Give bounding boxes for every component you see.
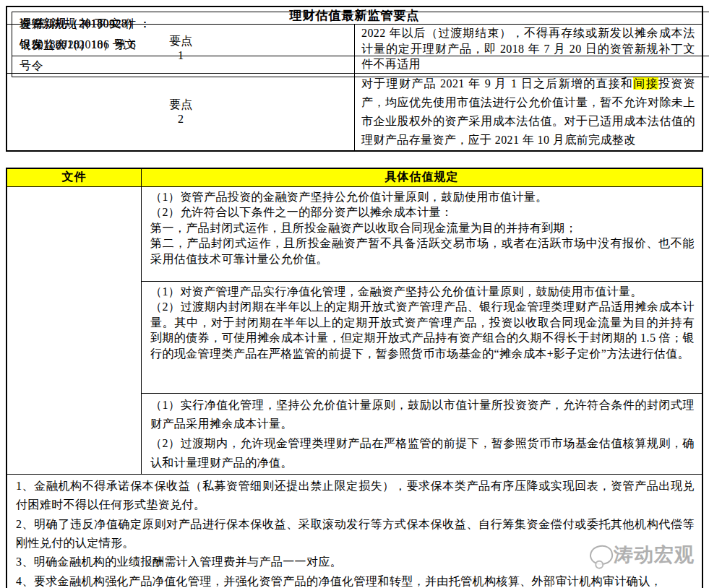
highlighted-term: 间接: [633, 77, 658, 90]
table-row: 资 管 新 规 补 丁 文 件 （20180720） （1）对资产管理产品实行净…: [7, 281, 702, 393]
document-name-lcxg: 理财新规（20180928）： 银保监会（2018）第 6 号令: [12, 12, 709, 77]
note-item-3: 3、明确金融机构的业绩报酬需计入管理费并与产品一一对应。: [16, 553, 695, 571]
rules-budding: （1）对资产管理产品实行净值化管理，金融资产坚持公允价值计量原则，鼓励使用市值计…: [142, 281, 703, 393]
table-row: 资管新规（20180427）： 银发（2018）106 号文 （1）资管产品投资…: [7, 186, 702, 281]
point2-text: 对于理财产品 2021 年 9 月 1 日之后新增的直接和间接投资资产，均应优先…: [355, 73, 703, 151]
note-item-1: 1、金融机构不得承诺保本保收益（私募资管细则还提出禁止限定损失），要求保本类产品…: [16, 477, 695, 515]
table-row: 1、金融机构不得承诺保本保收益（私募资管细则还提出禁止限定损失），要求保本类产品…: [7, 474, 702, 588]
table-row: 要点 2 对于理财产品 2021 年 9 月 1 日之后新增的直接和间接投资资产…: [7, 73, 702, 151]
valuation-rules-table: 文件 具体估值规定 资管新规（20180427）： 银发（2018）106 号文…: [6, 168, 703, 588]
table-row: 理财新规（20180928）： 银保监会（2018）第 6 号令 （1）实行净值…: [7, 393, 702, 474]
document: 理财估值最新监管要点 要点 1 2022 年以后（过渡期结束），不得再存续或新发…: [6, 6, 703, 588]
column-header-rules: 具体估值规定: [142, 168, 703, 187]
table-header-row: 文件 具体估值规定: [7, 168, 702, 187]
rules-lcxg: （1）实行净值化管理，坚持公允价值计量原则，鼓励以市值计量所投资资产，允许符合条…: [142, 393, 703, 474]
notes-section: 1、金融机构不得承诺保本保收益（私募资管细则还提出禁止限定损失），要求保本类产品…: [7, 474, 702, 588]
note-item-2: 2、明确了违反净值确定原则对产品进行保本保收益、采取滚动发行等方式保本保收益、自…: [16, 515, 695, 553]
note-item-4: 4、要求金融机构强化产品净值化管理，并强化资管产品的净值化管理和转型，并由托管机…: [16, 572, 695, 588]
point2-text-pre: 对于理财产品 2021 年 9 月 1 日之后新增的直接和: [361, 77, 633, 90]
rules-zgxg: （1）资管产品投资的金融资产坚持公允价值计量原则，鼓励使用市值计量。 （2）允许…: [142, 186, 703, 281]
point2-label: 要点 2: [7, 73, 355, 151]
column-header-document: 文件: [7, 168, 142, 187]
